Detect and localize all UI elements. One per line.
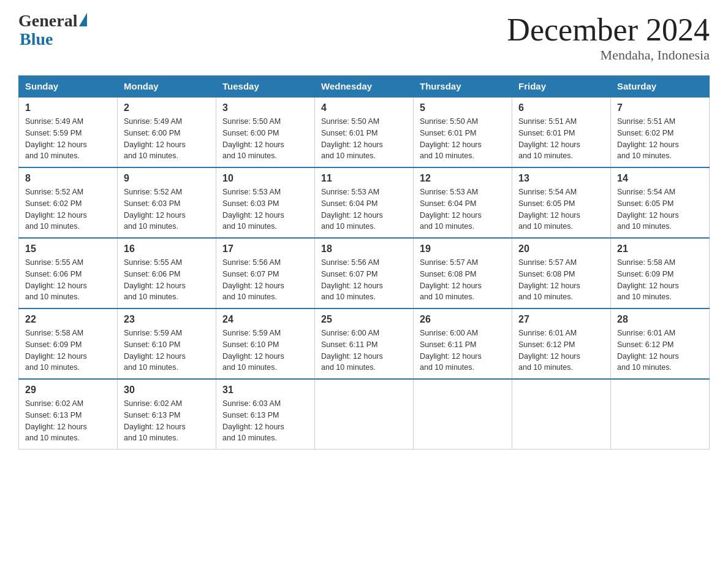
calendar-week-row: 22 Sunrise: 5:58 AM Sunset: 6:09 PM Dayl…	[19, 308, 710, 379]
day-info: Sunrise: 5:49 AM Sunset: 5:59 PM Dayligh…	[25, 116, 111, 162]
day-number: 21	[617, 243, 703, 255]
day-number: 2	[124, 102, 210, 113]
day-number: 1	[25, 102, 111, 113]
day-info: Sunrise: 5:57 AM Sunset: 6:08 PM Dayligh…	[518, 257, 604, 303]
day-number: 11	[321, 173, 407, 184]
day-number: 29	[25, 385, 111, 396]
calendar-day-cell: 3 Sunrise: 5:50 AM Sunset: 6:00 PM Dayli…	[216, 97, 315, 167]
day-number: 19	[420, 243, 506, 255]
calendar-day-cell: 2 Sunrise: 5:49 AM Sunset: 6:00 PM Dayli…	[118, 97, 216, 167]
day-number: 10	[222, 173, 308, 184]
day-info: Sunrise: 5:51 AM Sunset: 6:01 PM Dayligh…	[518, 116, 604, 162]
calendar-day-cell: 18 Sunrise: 5:56 AM Sunset: 6:07 PM Dayl…	[315, 238, 414, 308]
day-info: Sunrise: 5:55 AM Sunset: 6:06 PM Dayligh…	[124, 257, 210, 303]
calendar-day-cell: 1 Sunrise: 5:49 AM Sunset: 5:59 PM Dayli…	[19, 97, 118, 167]
day-number: 8	[25, 173, 111, 184]
day-info: Sunrise: 5:54 AM Sunset: 6:05 PM Dayligh…	[518, 186, 604, 232]
logo: General Blue	[18, 12, 122, 49]
location-label: Mendaha, Indonesia	[507, 47, 710, 63]
day-number: 30	[124, 385, 210, 396]
day-info: Sunrise: 5:51 AM Sunset: 6:02 PM Dayligh…	[617, 116, 703, 162]
day-info: Sunrise: 5:57 AM Sunset: 6:08 PM Dayligh…	[420, 257, 506, 303]
day-info: Sunrise: 5:55 AM Sunset: 6:06 PM Dayligh…	[25, 257, 111, 303]
day-info: Sunrise: 5:50 AM Sunset: 6:00 PM Dayligh…	[222, 116, 308, 162]
day-info: Sunrise: 5:53 AM Sunset: 6:04 PM Dayligh…	[420, 186, 506, 232]
day-info: Sunrise: 5:54 AM Sunset: 6:05 PM Dayligh…	[617, 186, 703, 232]
day-info: Sunrise: 5:52 AM Sunset: 6:03 PM Dayligh…	[124, 186, 210, 232]
logo-triangle-icon	[79, 13, 87, 26]
calendar-day-cell: 28 Sunrise: 6:01 AM Sunset: 6:12 PM Dayl…	[611, 308, 710, 379]
day-info: Sunrise: 5:56 AM Sunset: 6:07 PM Dayligh…	[222, 257, 308, 303]
day-info: Sunrise: 5:56 AM Sunset: 6:07 PM Dayligh…	[321, 257, 407, 303]
column-header-monday: Monday	[118, 76, 216, 98]
day-info: Sunrise: 5:58 AM Sunset: 6:09 PM Dayligh…	[617, 257, 703, 303]
calendar-day-cell: 14 Sunrise: 5:54 AM Sunset: 6:05 PM Dayl…	[611, 167, 710, 238]
day-info: Sunrise: 5:53 AM Sunset: 6:03 PM Dayligh…	[222, 186, 308, 232]
calendar-table: SundayMondayTuesdayWednesdayThursdayFrid…	[18, 75, 710, 450]
calendar-day-cell: 10 Sunrise: 5:53 AM Sunset: 6:03 PM Dayl…	[216, 167, 315, 238]
calendar-day-cell: 12 Sunrise: 5:53 AM Sunset: 6:04 PM Dayl…	[414, 167, 512, 238]
day-number: 31	[222, 385, 308, 396]
day-number: 4	[321, 102, 407, 113]
day-number: 13	[518, 173, 604, 184]
calendar-day-cell: 8 Sunrise: 5:52 AM Sunset: 6:02 PM Dayli…	[19, 167, 118, 238]
column-header-sunday: Sunday	[19, 76, 118, 98]
calendar-day-cell: 19 Sunrise: 5:57 AM Sunset: 6:08 PM Dayl…	[414, 238, 512, 308]
calendar-day-cell	[611, 379, 710, 450]
day-number: 14	[617, 173, 703, 184]
calendar-week-row: 1 Sunrise: 5:49 AM Sunset: 5:59 PM Dayli…	[19, 97, 710, 167]
column-header-tuesday: Tuesday	[216, 76, 315, 98]
calendar-day-cell	[512, 379, 611, 450]
calendar-header-row: SundayMondayTuesdayWednesdayThursdayFrid…	[19, 76, 710, 98]
calendar-week-row: 15 Sunrise: 5:55 AM Sunset: 6:06 PM Dayl…	[19, 238, 710, 308]
title-section: December 2024 Mendaha, Indonesia	[507, 12, 710, 63]
calendar-day-cell: 4 Sunrise: 5:50 AM Sunset: 6:01 PM Dayli…	[315, 97, 414, 167]
calendar-day-cell: 9 Sunrise: 5:52 AM Sunset: 6:03 PM Dayli…	[118, 167, 216, 238]
day-number: 15	[25, 243, 111, 255]
calendar-day-cell	[414, 379, 512, 450]
calendar-day-cell: 17 Sunrise: 5:56 AM Sunset: 6:07 PM Dayl…	[216, 238, 315, 308]
day-number: 6	[518, 102, 604, 113]
calendar-day-cell	[315, 379, 414, 450]
calendar-day-cell: 16 Sunrise: 5:55 AM Sunset: 6:06 PM Dayl…	[118, 238, 216, 308]
day-info: Sunrise: 5:59 AM Sunset: 6:10 PM Dayligh…	[124, 327, 210, 373]
calendar-day-cell: 27 Sunrise: 6:01 AM Sunset: 6:12 PM Dayl…	[512, 308, 611, 379]
calendar-day-cell: 22 Sunrise: 5:58 AM Sunset: 6:09 PM Dayl…	[19, 308, 118, 379]
day-number: 22	[25, 314, 111, 325]
day-number: 23	[124, 314, 210, 325]
day-info: Sunrise: 5:58 AM Sunset: 6:09 PM Dayligh…	[25, 327, 111, 373]
day-info: Sunrise: 6:00 AM Sunset: 6:11 PM Dayligh…	[420, 327, 506, 373]
calendar-day-cell: 25 Sunrise: 6:00 AM Sunset: 6:11 PM Dayl…	[315, 308, 414, 379]
day-info: Sunrise: 6:01 AM Sunset: 6:12 PM Dayligh…	[518, 327, 604, 373]
day-number: 25	[321, 314, 407, 325]
day-number: 5	[420, 102, 506, 113]
day-info: Sunrise: 5:59 AM Sunset: 6:10 PM Dayligh…	[222, 327, 308, 373]
day-number: 27	[518, 314, 604, 325]
calendar-day-cell: 21 Sunrise: 5:58 AM Sunset: 6:09 PM Dayl…	[611, 238, 710, 308]
calendar-day-cell: 24 Sunrise: 5:59 AM Sunset: 6:10 PM Dayl…	[216, 308, 315, 379]
day-info: Sunrise: 6:02 AM Sunset: 6:13 PM Dayligh…	[25, 398, 111, 444]
day-number: 24	[222, 314, 308, 325]
calendar-day-cell: 5 Sunrise: 5:50 AM Sunset: 6:01 PM Dayli…	[414, 97, 512, 167]
day-info: Sunrise: 5:50 AM Sunset: 6:01 PM Dayligh…	[420, 116, 506, 162]
day-number: 3	[222, 102, 308, 113]
day-number: 20	[518, 243, 604, 255]
day-number: 28	[617, 314, 703, 325]
calendar-day-cell: 11 Sunrise: 5:53 AM Sunset: 6:04 PM Dayl…	[315, 167, 414, 238]
day-number: 16	[124, 243, 210, 255]
day-info: Sunrise: 6:02 AM Sunset: 6:13 PM Dayligh…	[124, 398, 210, 444]
calendar-day-cell: 26 Sunrise: 6:00 AM Sunset: 6:11 PM Dayl…	[414, 308, 512, 379]
calendar-week-row: 8 Sunrise: 5:52 AM Sunset: 6:02 PM Dayli…	[19, 167, 710, 238]
calendar-day-cell: 20 Sunrise: 5:57 AM Sunset: 6:08 PM Dayl…	[512, 238, 611, 308]
day-info: Sunrise: 5:52 AM Sunset: 6:02 PM Dayligh…	[25, 186, 111, 232]
day-info: Sunrise: 6:01 AM Sunset: 6:12 PM Dayligh…	[617, 327, 703, 373]
calendar-day-cell: 23 Sunrise: 5:59 AM Sunset: 6:10 PM Dayl…	[118, 308, 216, 379]
day-info: Sunrise: 5:50 AM Sunset: 6:01 PM Dayligh…	[321, 116, 407, 162]
day-info: Sunrise: 5:53 AM Sunset: 6:04 PM Dayligh…	[321, 186, 407, 232]
calendar-day-cell: 29 Sunrise: 6:02 AM Sunset: 6:13 PM Dayl…	[19, 379, 118, 450]
column-header-wednesday: Wednesday	[315, 76, 414, 98]
day-number: 12	[420, 173, 506, 184]
calendar-day-cell: 30 Sunrise: 6:02 AM Sunset: 6:13 PM Dayl…	[118, 379, 216, 450]
month-year-title: December 2024	[507, 12, 710, 47]
page-header: General Blue December 2024 Mendaha, Indo…	[18, 12, 710, 63]
